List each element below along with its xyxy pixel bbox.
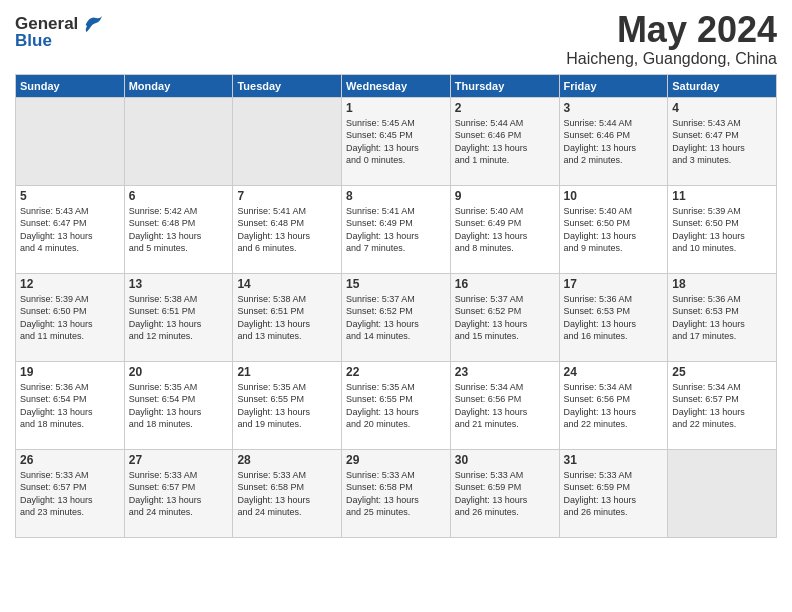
table-row: 13Sunrise: 5:38 AMSunset: 6:51 PMDayligh… <box>124 273 233 361</box>
table-row: 21Sunrise: 5:35 AMSunset: 6:55 PMDayligh… <box>233 361 342 449</box>
table-row: 25Sunrise: 5:34 AMSunset: 6:57 PMDayligh… <box>668 361 777 449</box>
day-info: Sunrise: 5:33 AMSunset: 6:59 PMDaylight:… <box>564 469 664 519</box>
table-row: 31Sunrise: 5:33 AMSunset: 6:59 PMDayligh… <box>559 449 668 537</box>
header-saturday: Saturday <box>668 74 777 97</box>
table-row: 6Sunrise: 5:42 AMSunset: 6:48 PMDaylight… <box>124 185 233 273</box>
day-info: Sunrise: 5:43 AMSunset: 6:47 PMDaylight:… <box>672 117 772 167</box>
day-number: 7 <box>237 189 337 203</box>
day-number: 19 <box>20 365 120 379</box>
day-number: 17 <box>564 277 664 291</box>
calendar-week-row: 19Sunrise: 5:36 AMSunset: 6:54 PMDayligh… <box>16 361 777 449</box>
day-number: 10 <box>564 189 664 203</box>
day-info: Sunrise: 5:35 AMSunset: 6:55 PMDaylight:… <box>237 381 337 431</box>
day-info: Sunrise: 5:33 AMSunset: 6:57 PMDaylight:… <box>129 469 229 519</box>
table-row: 9Sunrise: 5:40 AMSunset: 6:49 PMDaylight… <box>450 185 559 273</box>
day-number: 3 <box>564 101 664 115</box>
header: General Blue May 2024 Haicheng, Guangdon… <box>15 10 777 68</box>
table-row: 16Sunrise: 5:37 AMSunset: 6:52 PMDayligh… <box>450 273 559 361</box>
calendar-week-row: 12Sunrise: 5:39 AMSunset: 6:50 PMDayligh… <box>16 273 777 361</box>
table-row: 18Sunrise: 5:36 AMSunset: 6:53 PMDayligh… <box>668 273 777 361</box>
header-sunday: Sunday <box>16 74 125 97</box>
day-number: 23 <box>455 365 555 379</box>
table-row: 3Sunrise: 5:44 AMSunset: 6:46 PMDaylight… <box>559 97 668 185</box>
page: General Blue May 2024 Haicheng, Guangdon… <box>0 0 792 612</box>
day-info: Sunrise: 5:37 AMSunset: 6:52 PMDaylight:… <box>455 293 555 343</box>
day-number: 31 <box>564 453 664 467</box>
day-number: 8 <box>346 189 446 203</box>
day-info: Sunrise: 5:44 AMSunset: 6:46 PMDaylight:… <box>564 117 664 167</box>
calendar-header-row: Sunday Monday Tuesday Wednesday Thursday… <box>16 74 777 97</box>
day-number: 12 <box>20 277 120 291</box>
table-row: 28Sunrise: 5:33 AMSunset: 6:58 PMDayligh… <box>233 449 342 537</box>
day-info: Sunrise: 5:38 AMSunset: 6:51 PMDaylight:… <box>129 293 229 343</box>
table-row: 1Sunrise: 5:45 AMSunset: 6:45 PMDaylight… <box>342 97 451 185</box>
table-row: 24Sunrise: 5:34 AMSunset: 6:56 PMDayligh… <box>559 361 668 449</box>
day-info: Sunrise: 5:33 AMSunset: 6:58 PMDaylight:… <box>346 469 446 519</box>
day-number: 20 <box>129 365 229 379</box>
day-number: 24 <box>564 365 664 379</box>
day-info: Sunrise: 5:45 AMSunset: 6:45 PMDaylight:… <box>346 117 446 167</box>
day-number: 25 <box>672 365 772 379</box>
day-number: 2 <box>455 101 555 115</box>
day-number: 29 <box>346 453 446 467</box>
day-info: Sunrise: 5:40 AMSunset: 6:50 PMDaylight:… <box>564 205 664 255</box>
table-row: 10Sunrise: 5:40 AMSunset: 6:50 PMDayligh… <box>559 185 668 273</box>
day-number: 9 <box>455 189 555 203</box>
table-row <box>16 97 125 185</box>
month-title: May 2024 <box>566 10 777 50</box>
table-row: 20Sunrise: 5:35 AMSunset: 6:54 PMDayligh… <box>124 361 233 449</box>
table-row: 22Sunrise: 5:35 AMSunset: 6:55 PMDayligh… <box>342 361 451 449</box>
day-number: 18 <box>672 277 772 291</box>
table-row <box>124 97 233 185</box>
table-row: 4Sunrise: 5:43 AMSunset: 6:47 PMDaylight… <box>668 97 777 185</box>
header-monday: Monday <box>124 74 233 97</box>
table-row: 5Sunrise: 5:43 AMSunset: 6:47 PMDaylight… <box>16 185 125 273</box>
day-info: Sunrise: 5:38 AMSunset: 6:51 PMDaylight:… <box>237 293 337 343</box>
calendar-week-row: 5Sunrise: 5:43 AMSunset: 6:47 PMDaylight… <box>16 185 777 273</box>
day-info: Sunrise: 5:35 AMSunset: 6:55 PMDaylight:… <box>346 381 446 431</box>
day-info: Sunrise: 5:44 AMSunset: 6:46 PMDaylight:… <box>455 117 555 167</box>
day-info: Sunrise: 5:36 AMSunset: 6:53 PMDaylight:… <box>564 293 664 343</box>
day-number: 6 <box>129 189 229 203</box>
day-number: 14 <box>237 277 337 291</box>
day-number: 15 <box>346 277 446 291</box>
day-info: Sunrise: 5:35 AMSunset: 6:54 PMDaylight:… <box>129 381 229 431</box>
day-number: 28 <box>237 453 337 467</box>
table-row: 11Sunrise: 5:39 AMSunset: 6:50 PMDayligh… <box>668 185 777 273</box>
table-row: 26Sunrise: 5:33 AMSunset: 6:57 PMDayligh… <box>16 449 125 537</box>
table-row: 29Sunrise: 5:33 AMSunset: 6:58 PMDayligh… <box>342 449 451 537</box>
calendar-table: Sunday Monday Tuesday Wednesday Thursday… <box>15 74 777 538</box>
header-tuesday: Tuesday <box>233 74 342 97</box>
day-info: Sunrise: 5:41 AMSunset: 6:48 PMDaylight:… <box>237 205 337 255</box>
day-number: 27 <box>129 453 229 467</box>
day-number: 5 <box>20 189 120 203</box>
day-number: 22 <box>346 365 446 379</box>
location: Haicheng, Guangdong, China <box>566 50 777 68</box>
day-number: 16 <box>455 277 555 291</box>
logo-bird-icon <box>82 14 104 34</box>
day-number: 11 <box>672 189 772 203</box>
day-info: Sunrise: 5:34 AMSunset: 6:57 PMDaylight:… <box>672 381 772 431</box>
day-info: Sunrise: 5:39 AMSunset: 6:50 PMDaylight:… <box>672 205 772 255</box>
day-info: Sunrise: 5:33 AMSunset: 6:58 PMDaylight:… <box>237 469 337 519</box>
header-thursday: Thursday <box>450 74 559 97</box>
title-block: May 2024 Haicheng, Guangdong, China <box>566 10 777 68</box>
calendar-week-row: 1Sunrise: 5:45 AMSunset: 6:45 PMDaylight… <box>16 97 777 185</box>
day-info: Sunrise: 5:36 AMSunset: 6:53 PMDaylight:… <box>672 293 772 343</box>
day-info: Sunrise: 5:41 AMSunset: 6:49 PMDaylight:… <box>346 205 446 255</box>
table-row: 2Sunrise: 5:44 AMSunset: 6:46 PMDaylight… <box>450 97 559 185</box>
day-number: 4 <box>672 101 772 115</box>
day-info: Sunrise: 5:33 AMSunset: 6:59 PMDaylight:… <box>455 469 555 519</box>
table-row: 14Sunrise: 5:38 AMSunset: 6:51 PMDayligh… <box>233 273 342 361</box>
table-row: 7Sunrise: 5:41 AMSunset: 6:48 PMDaylight… <box>233 185 342 273</box>
table-row: 12Sunrise: 5:39 AMSunset: 6:50 PMDayligh… <box>16 273 125 361</box>
day-info: Sunrise: 5:43 AMSunset: 6:47 PMDaylight:… <box>20 205 120 255</box>
day-info: Sunrise: 5:36 AMSunset: 6:54 PMDaylight:… <box>20 381 120 431</box>
table-row <box>233 97 342 185</box>
day-number: 21 <box>237 365 337 379</box>
table-row: 17Sunrise: 5:36 AMSunset: 6:53 PMDayligh… <box>559 273 668 361</box>
table-row: 15Sunrise: 5:37 AMSunset: 6:52 PMDayligh… <box>342 273 451 361</box>
day-info: Sunrise: 5:39 AMSunset: 6:50 PMDaylight:… <box>20 293 120 343</box>
calendar-week-row: 26Sunrise: 5:33 AMSunset: 6:57 PMDayligh… <box>16 449 777 537</box>
day-info: Sunrise: 5:40 AMSunset: 6:49 PMDaylight:… <box>455 205 555 255</box>
